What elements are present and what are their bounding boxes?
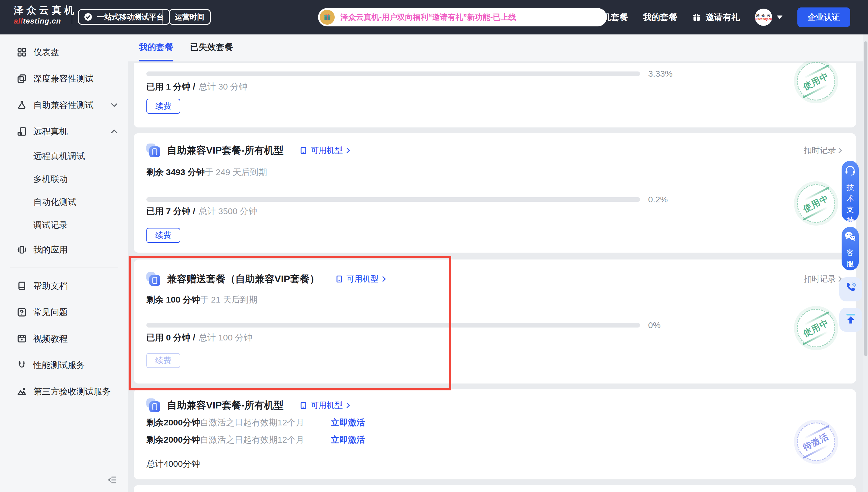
chevron-right-icon	[346, 147, 350, 153]
chevron-right-icon	[382, 276, 386, 282]
sidebar-item-debug-records[interactable]: 调试记录	[0, 214, 128, 237]
sidebar-item-faq[interactable]: 常见问题	[0, 299, 128, 325]
renew-button[interactable]: 续费	[146, 228, 180, 243]
sidebar-item-video-tutorials[interactable]: 视频教程	[0, 325, 128, 352]
main-content: 我的套餐 已失效套餐 3.33% 已用 1 分钟 /总计 30 分钟 续费 使用…	[128, 34, 868, 492]
customer-service-widget[interactable]: 客服	[842, 227, 859, 270]
usage-percent: 3.33%	[648, 69, 672, 79]
nav-my-plans[interactable]: 我的套餐	[643, 11, 677, 23]
sidebar-item-multi-device[interactable]: 多机联动	[0, 168, 128, 191]
back-to-top-button[interactable]	[839, 308, 862, 332]
available-models-link[interactable]: 可用机型	[336, 274, 386, 285]
plan-card-3: 兼容赠送套餐（自助兼容VIP套餐） 可用机型 扣时记录 剩余 100 分钟于 2…	[134, 260, 856, 384]
tech-support-widget[interactable]: 技术支持	[842, 161, 859, 222]
package-icon	[146, 398, 160, 412]
plans-tab-bar: 我的套餐 已失效套餐	[128, 34, 868, 62]
user-menu[interactable]: 泽 众 云 alltesting.cn	[755, 8, 783, 26]
gift-box-icon	[692, 13, 701, 22]
chevron-up-icon	[111, 129, 118, 134]
progress-track	[146, 197, 640, 202]
status-stamp-pending: 待激活	[797, 422, 835, 461]
activate-now-link[interactable]: 立即激活	[331, 417, 365, 428]
brand-domain: alltesting.cn	[14, 17, 77, 25]
overlap-squares-icon	[17, 74, 26, 83]
sidebar-item-third-party[interactable]: 第三方验收测试服务	[0, 378, 128, 405]
hours-badge[interactable]: 运营时间	[169, 9, 211, 25]
card-header: 自助兼容VIP套餐-所有机型 可用机型	[146, 398, 842, 412]
chevron-right-icon	[346, 402, 350, 409]
tab-my-plans[interactable]: 我的套餐	[139, 34, 173, 60]
package-title: 自助兼容VIP套餐-所有机型	[167, 144, 283, 157]
package-title: 兼容赠送套餐（自助兼容VIP套餐）	[167, 272, 320, 286]
navbar-right: 真机套餐 我的套餐 邀请有礼 泽 众 云 alltesting.cn 企业认证	[594, 0, 850, 34]
remote-device-icon	[17, 127, 26, 136]
package-icon	[146, 272, 160, 286]
sidebar-item-help-docs[interactable]: 帮助文档	[0, 273, 128, 299]
usage-summary: 已用 1 分钟 /总计 30 分钟	[146, 81, 247, 93]
plan-card-1: 3.33% 已用 1 分钟 /总计 30 分钟 续费 使用中	[134, 63, 856, 127]
video-icon	[17, 334, 26, 343]
total-minutes: 总计4000分钟	[146, 458, 200, 470]
headset-icon	[844, 165, 856, 178]
wechat-icon	[844, 231, 857, 244]
magnet-icon	[17, 361, 26, 370]
sidebar-item-perf-testing[interactable]: 性能测试服务	[0, 352, 128, 378]
app-root: 泽众云真机 alltesting.cn 一站式移动测试平台 运营时间 泽众云真机…	[0, 0, 868, 492]
time-record-link[interactable]: 扣时记录	[804, 274, 842, 285]
flask-icon	[17, 100, 26, 109]
phone-icon	[336, 275, 343, 283]
mountain-chart-icon	[17, 387, 26, 396]
check-circle-icon	[84, 13, 93, 21]
progress-track	[146, 323, 640, 327]
remaining-minutes: 剩余 3493 分钟于 249 天后到期	[146, 167, 267, 178]
status-stamp-in-use: 使用中	[797, 184, 835, 223]
progress-track	[146, 72, 640, 76]
enterprise-auth-button[interactable]: 企业认证	[797, 7, 850, 27]
gift-icon	[320, 10, 335, 25]
chevron-down-icon	[777, 16, 783, 19]
brand-logo[interactable]: 泽众云真机 alltesting.cn	[14, 5, 77, 25]
usage-percent: 0%	[648, 320, 661, 330]
renew-button-disabled[interactable]: 续费	[146, 353, 180, 368]
sidebar-item-automation[interactable]: 自动化测试	[0, 191, 128, 214]
sidebar: 仪表盘 深度兼容性测试 自助兼容性测试 远程真机 远程真机调试 多机联动 自动化…	[0, 34, 128, 492]
time-record-link[interactable]: 扣时记录	[804, 145, 842, 156]
nav-invite[interactable]: 邀请有礼	[692, 11, 740, 23]
tech-support-label: 技术支持	[846, 182, 854, 226]
tab-expired-plans[interactable]: 已失效套餐	[190, 34, 233, 60]
chevron-right-icon	[838, 147, 842, 153]
hours-badge-label: 运营时间	[175, 12, 205, 22]
active-tab-underline	[139, 60, 173, 62]
sidebar-item-deep-compat[interactable]: 深度兼容性测试	[0, 66, 128, 92]
question-icon	[17, 308, 26, 317]
nav-device-plans[interactable]: 真机套餐	[594, 11, 628, 23]
sidebar-item-remote-debug[interactable]: 远程真机调试	[0, 145, 128, 168]
sidebar-item-self-compat[interactable]: 自助兼容性测试	[0, 92, 128, 118]
phone-icon	[300, 147, 307, 154]
top-navbar: 泽众云真机 alltesting.cn 一站式移动测试平台 运营时间 泽众云真机…	[0, 0, 868, 34]
usage-percent: 0.2%	[648, 195, 668, 204]
scrollbar-thumb[interactable]	[864, 41, 867, 356]
renew-button[interactable]: 续费	[146, 99, 180, 114]
announcement-banner[interactable]: 泽众云真机-用户双向福利“邀请有礼”新功能-已上线	[318, 8, 607, 26]
status-stamp-in-use: 使用中	[797, 62, 835, 100]
plan-card-2: 自助兼容VIP套餐-所有机型 可用机型 扣时记录 剩余 3493 分钟于 249…	[134, 133, 856, 253]
sidebar-item-my-apps[interactable]: 我的应用	[0, 237, 128, 263]
platform-badge-label: 一站式移动测试平台	[97, 12, 164, 22]
sidebar-item-dashboard[interactable]: 仪表盘	[0, 39, 128, 66]
sidebar-collapse-icon[interactable]	[107, 476, 117, 484]
available-models-link[interactable]: 可用机型	[300, 400, 350, 411]
usage-progress: 0.2%	[146, 195, 668, 204]
phone-contact-button[interactable]	[839, 277, 862, 301]
platform-badge: 一站式移动测试平台	[78, 9, 170, 25]
arrow-up-icon	[845, 313, 857, 327]
page-scrollbar[interactable]	[863, 34, 868, 492]
usage-summary: 已用 0 分钟 /总计 100 分钟	[146, 332, 252, 344]
sidebar-divider	[10, 268, 118, 268]
sidebar-item-remote-device[interactable]: 远程真机	[0, 118, 128, 145]
available-models-link[interactable]: 可用机型	[300, 145, 350, 156]
brand-title: 泽众云真机	[14, 5, 77, 15]
activate-now-link[interactable]: 立即激活	[331, 434, 365, 446]
usage-progress: 3.33%	[146, 69, 672, 79]
usage-summary: 已用 7 分钟 /总计 3500 分钟	[146, 205, 257, 217]
